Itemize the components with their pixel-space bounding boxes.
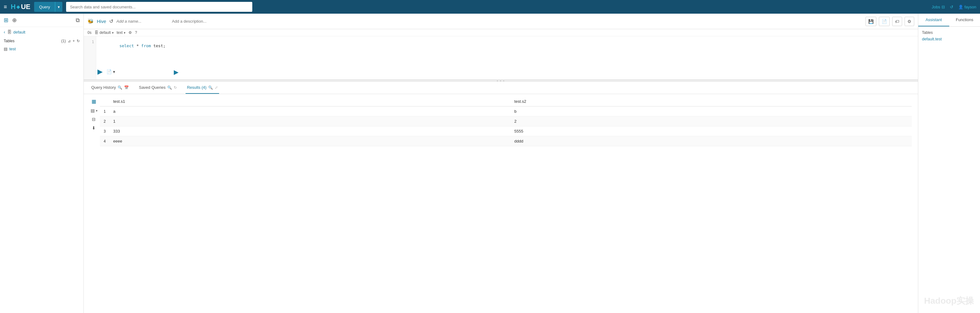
jobs-link[interactable]: Jobs ⊟ [932, 5, 945, 9]
table-item-test[interactable]: ▤ test [0, 45, 83, 53]
sidebar-top-icons: ⊞ ⊕ ⧉ [0, 14, 83, 27]
table-row: 1 a b [100, 107, 912, 117]
row-1-s2: b [511, 107, 912, 117]
editor-history-icon[interactable]: ↺ [109, 18, 113, 24]
tables-label: Tables [4, 39, 14, 43]
document-button[interactable]: 📄 ▾ [106, 69, 116, 75]
editor-title: Hive [97, 19, 106, 24]
tables-header: Tables (1) ⊿ + ↻ [0, 37, 83, 45]
chart-button[interactable]: ⊟ [90, 116, 97, 122]
row-4-s2: dddd [511, 136, 912, 146]
tab-query-history-label: Query History [91, 85, 116, 90]
format-label: text [117, 30, 123, 35]
code-editor: 1 select * from test; ▶ ▶ 📄 ▾ [84, 36, 918, 80]
help-icon[interactable]: ? [135, 30, 137, 35]
results-area: Query History 🔍 📅 Saved Queries 🔍 ↻ Resu… [84, 81, 918, 313]
add-sidebar-icon[interactable]: ⊕ [12, 17, 17, 24]
grid-view-button[interactable]: ▦ [90, 98, 97, 105]
table-icon: ▤ [4, 46, 8, 51]
left-sidebar: ⊞ ⊕ ⧉ ‹ 🗄 default Tables (1) ⊿ + ↻ ▤ tes… [0, 14, 84, 313]
jobs-label: Jobs [932, 5, 940, 9]
col-header-s2: test.s2 [511, 97, 912, 107]
tables-count: (1) [61, 39, 66, 43]
results-search-icon[interactable]: 🔍 [208, 85, 213, 90]
database-header[interactable]: ‹ 🗄 default [0, 27, 83, 37]
saved-refresh-icon[interactable]: ↻ [174, 85, 177, 90]
format-selector[interactable]: text ▾ [117, 30, 126, 35]
meta-bar: 0s 🗄 default ▾ text ▾ ⚙ ? [84, 29, 918, 36]
database-name: default [13, 30, 25, 35]
run-button[interactable]: ▶ [174, 68, 178, 76]
row-3-s2: 5555 [511, 126, 912, 136]
table-row: 2 1 2 [100, 117, 912, 126]
meta-db-name: default [100, 30, 111, 35]
editor-toolbar-right: 💾 📄 🏷 ⚙ [865, 17, 914, 26]
tab-query-history[interactable]: Query History 🔍 📅 [90, 81, 130, 94]
top-navbar: ≡ H ◆ UE Query ▾ Jobs ⊟ ↺ 👤 fayson [0, 0, 980, 14]
database-sidebar-icon[interactable]: ⊞ [4, 17, 8, 24]
new-doc-button[interactable]: 📄 [879, 17, 890, 26]
line-number-1: 1 [84, 39, 96, 45]
saved-search-icon[interactable]: 🔍 [167, 85, 172, 90]
query-button[interactable]: Query [34, 2, 55, 12]
editor-name-input[interactable] [116, 19, 169, 24]
result-action-buttons: ▦ ▤ ▾ ⊟ ⬇ [90, 97, 97, 131]
history-icon: ↺ [950, 5, 953, 9]
tables-add-icon[interactable]: + [73, 39, 75, 43]
tab-saved-queries-label: Saved Queries [139, 85, 165, 90]
table-view-dropdown[interactable]: ▾ [96, 109, 97, 112]
run-execute-button[interactable]: ▶ [97, 67, 103, 77]
tag-button[interactable]: 🏷 [892, 17, 902, 26]
user-icon: 👤 [958, 5, 963, 9]
result-table-container: ▦ ▤ ▾ ⊟ ⬇ test.s1 [84, 94, 918, 313]
row-2-s1: 1 [110, 117, 511, 126]
right-panel: Assistant Functions Tables default.test [918, 14, 980, 313]
results-expand-icon[interactable]: ⤢ [215, 85, 218, 90]
row-num-2: 2 [100, 117, 110, 126]
db-icon: 🗄 [95, 30, 99, 35]
tab-saved-queries[interactable]: Saved Queries 🔍 ↻ [137, 81, 178, 94]
database-icon: 🗄 [7, 29, 11, 35]
save-button[interactable]: 💾 [865, 17, 877, 26]
db-dropdown-arrow: ▾ [112, 31, 114, 35]
tab-functions[interactable]: Functions [949, 14, 980, 26]
row-num-4: 4 [100, 136, 110, 146]
navbar-left: ≡ H ◆ UE Query ▾ [4, 2, 928, 12]
center-content: 🐝 Hive ↺ 💾 📄 🏷 ⚙ 0s 🗄 default ▾ text ▾ [84, 14, 918, 313]
copy-sidebar-icon[interactable]: ⧉ [76, 17, 80, 24]
search-input[interactable] [66, 2, 252, 12]
tables-header-actions: (1) ⊿ + ↻ [61, 39, 80, 43]
jobs-icon: ⊟ [942, 5, 945, 9]
right-panel-tabs: Assistant Functions [918, 14, 980, 27]
code-content-area[interactable]: select * from test; [96, 36, 918, 80]
search-icon[interactable]: 🔍 [118, 85, 122, 90]
table-name-test: test [9, 46, 16, 51]
download-button[interactable]: ⬇ [90, 125, 97, 131]
settings-button[interactable]: ⚙ [905, 17, 914, 26]
row-num-1: 1 [100, 107, 110, 117]
settings-icon[interactable]: ⚙ [129, 30, 132, 35]
table-view-button[interactable]: ▤ [90, 107, 95, 113]
editor-description-input[interactable] [172, 19, 862, 24]
editor-toolbar: 🐝 Hive ↺ 💾 📄 🏷 ⚙ [84, 14, 918, 29]
line-numbers: 1 [84, 36, 96, 80]
data-table-wrapper: test.s1 test.s2 1 a b [100, 97, 912, 146]
database-selector[interactable]: 🗄 default ▾ [95, 30, 114, 35]
table-row: 3 333 5555 [100, 126, 912, 136]
history-button[interactable]: ↺ [950, 5, 953, 9]
calendar-icon[interactable]: 📅 [124, 85, 129, 90]
table-link[interactable]: default.test [922, 37, 976, 41]
table-row: 4 eeee dddd [100, 136, 912, 146]
tab-assistant[interactable]: Assistant [918, 14, 949, 26]
row-2-s2: 2 [511, 117, 912, 126]
row-num-3: 3 [100, 126, 110, 136]
tab-results[interactable]: Results (4) 🔍 ⤢ [186, 81, 219, 94]
tables-refresh-icon[interactable]: ↻ [76, 39, 80, 43]
query-dropdown-button[interactable]: ▾ [55, 2, 62, 12]
row-4-s1: eeee [110, 136, 511, 146]
tab-results-label: Results (4) [187, 85, 206, 90]
navbar-right: Jobs ⊟ ↺ 👤 fayson [932, 5, 976, 9]
tables-filter-icon[interactable]: ⊿ [68, 39, 71, 43]
hamburger-icon[interactable]: ≡ [4, 4, 7, 10]
user-menu[interactable]: 👤 fayson [958, 5, 976, 9]
